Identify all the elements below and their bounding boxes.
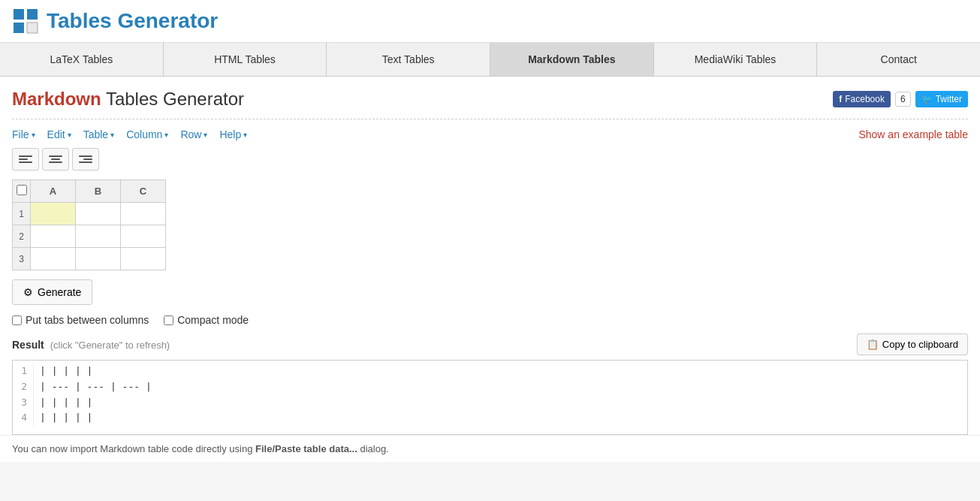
cell-1c[interactable] bbox=[121, 203, 166, 225]
svg-rect-1 bbox=[14, 23, 24, 33]
row-num-3: 3 bbox=[13, 248, 31, 270]
copy-label: Copy to clipboard bbox=[882, 339, 958, 350]
align-right-button[interactable] bbox=[72, 148, 99, 171]
gear-icon: ⚙ bbox=[23, 286, 33, 298]
cell-3b[interactable] bbox=[76, 248, 121, 270]
tab-markdown[interactable]: Markdown Tables bbox=[490, 43, 654, 76]
row-num-2: 2 bbox=[13, 225, 31, 248]
cell-2b[interactable] bbox=[76, 225, 121, 248]
footer-text-bold: File/Paste table data... bbox=[255, 443, 357, 454]
tab-mediawiki[interactable]: MediaWiki Tables bbox=[654, 43, 818, 76]
header: Tables Generator bbox=[0, 0, 980, 43]
cell-2c[interactable] bbox=[121, 225, 166, 248]
copy-icon: 📋 bbox=[867, 339, 879, 350]
footer-note: You can now import Markdown table code d… bbox=[0, 435, 980, 462]
table-row: 1 bbox=[13, 203, 166, 225]
twitter-icon: 🐦 bbox=[921, 94, 933, 104]
code-line-4: 4 | | | | | bbox=[13, 410, 967, 426]
menu-file[interactable]: File ▾ bbox=[12, 128, 35, 140]
row-num-header bbox=[13, 180, 31, 203]
menu-row[interactable]: Row ▾ bbox=[180, 128, 207, 140]
align-right-icon bbox=[79, 155, 92, 163]
main-content: Markdown Tables Generator f Facebook 6 🐦… bbox=[0, 77, 980, 435]
align-left-icon bbox=[19, 155, 32, 163]
line-num-4: 4 bbox=[13, 410, 34, 426]
row-arrow: ▾ bbox=[204, 131, 207, 139]
line-content-4: | | | | | bbox=[40, 410, 92, 426]
menu-bar: File ▾ Edit ▾ Table ▾ Column ▾ Row ▾ Hel… bbox=[12, 128, 968, 140]
code-line-1: 1 | | | | | bbox=[13, 364, 967, 379]
alignment-buttons bbox=[12, 148, 968, 171]
tab-latex[interactable]: LaTeX Tables bbox=[0, 43, 164, 76]
line-content-3: | | | | | bbox=[40, 395, 92, 411]
menu-edit[interactable]: Edit ▾ bbox=[47, 128, 71, 140]
tabs-label: Put tabs between columns bbox=[26, 314, 149, 326]
menu-table[interactable]: Table ▾ bbox=[83, 128, 114, 140]
table-row: 3 bbox=[13, 248, 166, 270]
twitter-label: Twitter bbox=[936, 94, 962, 104]
cell-3c[interactable] bbox=[121, 248, 166, 270]
table-row: 2 bbox=[13, 225, 166, 248]
facebook-label: Facebook bbox=[845, 94, 885, 104]
data-table: A B C 1 2 3 bbox=[12, 180, 166, 270]
tab-html[interactable]: HTML Tables bbox=[164, 43, 327, 76]
result-row: Result (click "Generate" to refresh) 📋 C… bbox=[12, 333, 968, 355]
line-content-2: | --- | --- | --- | bbox=[40, 379, 152, 395]
generate-label: Generate bbox=[38, 286, 81, 298]
line-num-2: 2 bbox=[13, 379, 34, 395]
menu-help[interactable]: Help ▾ bbox=[219, 128, 247, 140]
facebook-icon: f bbox=[839, 94, 842, 104]
code-output: 1 | | | | | 2 | --- | --- | --- | 3 | | … bbox=[12, 360, 968, 435]
select-all-checkbox[interactable] bbox=[17, 185, 27, 195]
cell-1b[interactable] bbox=[76, 203, 121, 225]
result-label: Result (click "Generate" to refresh) bbox=[12, 339, 170, 351]
table-arrow: ▾ bbox=[110, 131, 114, 139]
svg-rect-0 bbox=[14, 9, 24, 20]
facebook-count: 6 bbox=[895, 92, 911, 107]
col-header-b: B bbox=[76, 180, 121, 203]
generate-button[interactable]: ⚙ Generate bbox=[12, 279, 92, 305]
page-title: Markdown Tables Generator bbox=[12, 89, 244, 110]
facebook-button[interactable]: f Facebook bbox=[833, 91, 891, 107]
footer-text-start: You can now import Markdown table code d… bbox=[12, 443, 255, 454]
tabs-option[interactable]: Put tabs between columns bbox=[12, 314, 149, 326]
result-hint: (click "Generate" to refresh) bbox=[50, 340, 170, 351]
edit-arrow: ▾ bbox=[68, 131, 71, 139]
cell-3a[interactable] bbox=[31, 248, 76, 270]
line-num-3: 3 bbox=[13, 395, 34, 411]
line-content-1: | | | | | bbox=[40, 364, 92, 379]
cell-1a[interactable] bbox=[31, 203, 76, 225]
menu-items: File ▾ Edit ▾ Table ▾ Column ▾ Row ▾ Hel… bbox=[12, 128, 247, 140]
options-row: Put tabs between columns Compact mode bbox=[12, 314, 968, 326]
align-center-button[interactable] bbox=[42, 148, 69, 171]
align-left-button[interactable] bbox=[12, 148, 39, 171]
align-center-icon bbox=[49, 155, 62, 163]
code-line-2: 2 | --- | --- | --- | bbox=[13, 379, 967, 395]
cell-2a[interactable] bbox=[31, 225, 76, 248]
table-header-row: A B C bbox=[13, 180, 166, 203]
code-line-3: 3 | | | | | bbox=[13, 395, 967, 411]
menu-column[interactable]: Column ▾ bbox=[126, 128, 168, 140]
file-arrow: ▾ bbox=[32, 131, 35, 139]
svg-rect-2 bbox=[27, 9, 38, 20]
copy-to-clipboard-button[interactable]: 📋 Copy to clipboard bbox=[857, 333, 968, 355]
tab-text[interactable]: Text Tables bbox=[327, 43, 490, 76]
title-row: Markdown Tables Generator f Facebook 6 🐦… bbox=[12, 89, 968, 119]
compact-option[interactable]: Compact mode bbox=[164, 314, 249, 326]
column-arrow: ▾ bbox=[164, 131, 168, 139]
show-example-link[interactable]: Show an example table bbox=[858, 128, 968, 140]
footer-text-end: dialog. bbox=[357, 443, 389, 454]
col-header-a: A bbox=[31, 180, 76, 203]
twitter-button[interactable]: 🐦 Twitter bbox=[915, 91, 968, 107]
nav-tabs: LaTeX Tables HTML Tables Text Tables Mar… bbox=[0, 43, 980, 77]
social-buttons: f Facebook 6 🐦 Twitter bbox=[833, 91, 968, 107]
logo-icon bbox=[12, 8, 39, 35]
tabs-checkbox[interactable] bbox=[12, 315, 22, 325]
table-grid-container: A B C 1 2 3 bbox=[12, 180, 968, 270]
tab-contact[interactable]: Contact bbox=[817, 43, 980, 76]
svg-rect-3 bbox=[27, 23, 38, 33]
help-arrow: ▾ bbox=[243, 131, 247, 139]
compact-checkbox[interactable] bbox=[164, 315, 173, 325]
site-title: Tables Generator bbox=[47, 9, 218, 33]
line-num-1: 1 bbox=[13, 364, 34, 379]
